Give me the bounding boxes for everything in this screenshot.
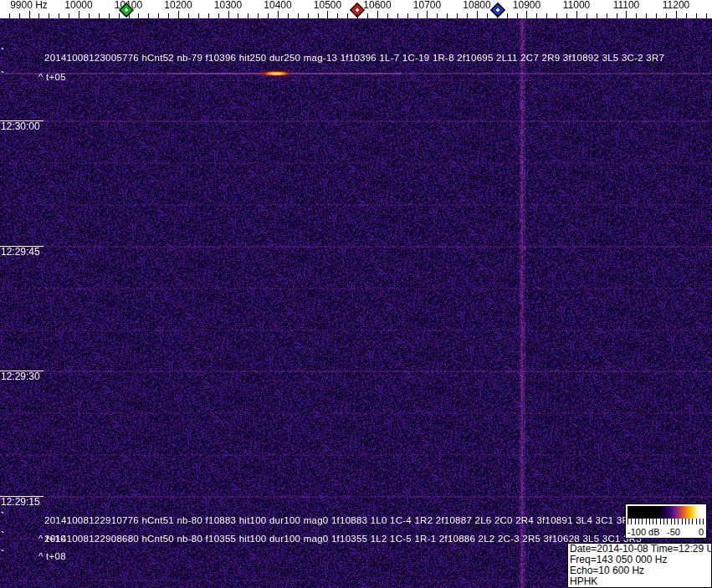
time-label: 12:29:30	[1, 371, 40, 382]
ruler-label: 11000	[563, 0, 590, 10]
event-tick-mark: `	[1, 49, 4, 57]
ruler-label: 10700	[413, 0, 441, 10]
ruler-label: 10300	[214, 0, 242, 10]
event-annotation: 20141008122908680 hCnt50 nb-80 f10355 hi…	[44, 534, 642, 545]
ruler-label: 10800	[463, 0, 490, 10]
info-box: Date=2014-10-08 Time=12:29 UTC Freq=143 …	[567, 543, 712, 588]
spectrogram-window: 9900 Hz100001010010200103001040010500106…	[0, 0, 712, 588]
ruler-label: 11100	[613, 0, 640, 10]
spectrogram-area: 12:30:0012:29:4512:29:3012:29:1520141008…	[0, 18, 712, 588]
ruler-label: 10500	[314, 0, 341, 10]
ruler-label: 10400	[264, 0, 291, 10]
event-annotation: 20141008122910776 hCnt51 nb-80 f10883 hi…	[44, 515, 635, 526]
time-label: 12:29:45	[1, 247, 40, 258]
ruler-label: 10000	[64, 0, 92, 10]
event-tick-mark: `	[1, 513, 4, 521]
event-tick-mark: `	[1, 532, 4, 540]
db-label-max: 0	[699, 527, 704, 537]
db-label-min: -100 dB	[627, 527, 660, 537]
spectrogram-canvas[interactable]	[0, 18, 712, 588]
color-gradient-bar	[627, 506, 703, 519]
db-label-mid: -50	[667, 527, 680, 537]
event-annotation: 20141008123005776 hCnt52 nb-79 f10396 hi…	[44, 53, 664, 64]
event-offset-label: ^ t+08	[38, 551, 66, 562]
event-tick-mark: `	[1, 550, 4, 559]
time-label: 12:30:00	[1, 121, 40, 132]
info-station-id: HPHK	[570, 576, 709, 587]
event-tick-mark: `	[1, 72, 4, 80]
frequency-ruler: 9900 Hz100001010010200103001040010500106…	[0, 0, 712, 18]
color-scale-ticks	[627, 519, 704, 524]
ruler-label: 10200	[164, 0, 192, 10]
event-offset-label: ^ t+05	[38, 72, 66, 83]
ruler-label: 11200	[663, 0, 689, 10]
db-color-scale: -100 dB -50 0	[625, 504, 707, 539]
ruler-label: 10600	[363, 0, 391, 10]
time-label: 12:29:15	[1, 497, 40, 508]
ruler-label: 9900 Hz	[10, 0, 48, 10]
ruler-label: 10900	[513, 0, 540, 10]
